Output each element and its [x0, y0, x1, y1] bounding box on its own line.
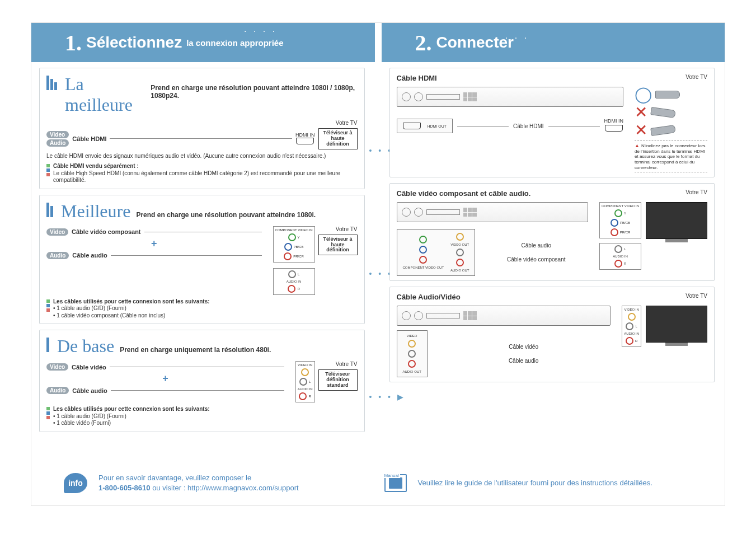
jack-r-icon [626, 337, 633, 345]
tv-icon [646, 202, 707, 242]
basic-subtitle: Prend en charge uniquement la résolution… [120, 346, 271, 354]
tv-icon [646, 306, 707, 346]
jack-pb-icon [284, 243, 292, 251]
better-note-title: Les câbles utilisés pour cette connexion… [53, 298, 210, 305]
jack-y-icon [614, 209, 622, 217]
r-label: R [297, 287, 299, 291]
jack-video-icon [408, 340, 416, 348]
step1-number: 1. [65, 30, 82, 56]
y-label: Y [298, 236, 300, 239]
cable-line [110, 367, 284, 367]
hdmi-head: Câble HDMI [397, 74, 437, 82]
jack-r-icon [288, 285, 295, 293]
step1-subtitle: la connexion appropriée [186, 38, 283, 48]
better-titlebar: Meilleure Prend en charge une résolution… [46, 201, 358, 222]
audio-in-label: AUDIO IN [298, 387, 313, 391]
step2-number: 2. [415, 30, 432, 56]
step2-header: 2. Connecter [382, 23, 725, 62]
sprinkle-icon: · · · · [496, 33, 529, 43]
best-title: La meilleure [65, 74, 145, 115]
section-better: Meilleure Prend en charge une résolution… [39, 195, 365, 325]
connect-av: Câble Audio/Vidéo Votre TV [389, 287, 715, 382]
pr-label: PR/CR [293, 255, 304, 258]
basic-diagram: Video Câble vidéo + Audio Câble audio [46, 361, 358, 402]
page: 1. Sélectionnez la connexion appropriée … [0, 0, 756, 534]
note2-text: Le câble High Speed HDMI (connu égalemen… [53, 170, 340, 184]
l-label: L [309, 380, 311, 383]
your-tv-label: Votre TV [685, 293, 707, 306]
player-back-component: COMPONENT VIDEO OUT VIDEO OUT AUDIO OUT [397, 229, 476, 276]
pb-label: PB/CB [620, 221, 630, 224]
info-icon: info [64, 473, 87, 493]
audio-in-label: AUDIO IN [287, 280, 302, 283]
tv-box: Téléviseur à haute définition [318, 235, 358, 256]
av-diagram: VIDEO AUDIO OUT Câble vidéo [397, 306, 708, 377]
basic-notes: Les câbles utilisés pour cette connexion… [46, 406, 358, 427]
better-note-l2: • 1 câble vidéo composant (Câble non inc… [53, 312, 165, 318]
jack-video-icon [456, 233, 464, 241]
jack-r-icon [456, 259, 464, 266]
phone-number: 1-800-605-8610 [98, 484, 151, 492]
r-label: R [308, 395, 311, 398]
audio-cable-label: Câble audio [72, 387, 107, 394]
jack-l-icon [456, 249, 464, 256]
header: 1. Sélectionnez la connexion appropriée … [31, 23, 725, 62]
connect-component: Câble vidéo composant et câble audio. Vo… [389, 183, 715, 281]
y-label: Y [624, 212, 626, 215]
step1-header: 1. Sélectionnez la connexion appropriée [31, 23, 375, 62]
hdmi-diagram: HDMI OUT Câble HDMI HDMI IN [397, 87, 708, 172]
color-dots-icon [46, 298, 50, 320]
x-icon: ✕ [635, 105, 647, 120]
your-tv-label: Votre TV [318, 226, 358, 232]
jack-l-icon [408, 350, 416, 358]
tv-audio-in: L AUDIO IN R [599, 243, 641, 270]
jack-l-icon [614, 245, 622, 253]
footer-left: Pour en savoir davantage, veuillez compo… [98, 473, 373, 493]
player-front-icon [397, 306, 611, 326]
video-pill: Video [46, 228, 68, 236]
audio-cable-label: Câble audio [72, 252, 107, 259]
jack-r-icon [299, 392, 307, 400]
footer: info Pour en savoir davantage, veuillez … [64, 473, 692, 493]
hdmi-plug-icon [655, 91, 680, 99]
audio-out-label: AUDIO OUT [403, 370, 421, 373]
plus-icon: + [46, 238, 262, 250]
video-label: VIDEO [407, 334, 417, 338]
best-cable-row: Video Audio Câble HDMI HDMI IN Téléviseu… [46, 128, 358, 149]
video-pill: Video [46, 363, 68, 371]
better-diagram: Video Câble vidéo composant + Audio Câbl… [46, 226, 358, 295]
l-label: L [624, 247, 626, 251]
your-tv-label: Votre TV [318, 361, 358, 367]
jack-y-icon [288, 233, 296, 241]
hdmi-port-icon [296, 138, 314, 144]
audio-in-label: AUDIO IN [613, 255, 628, 258]
quality-bars-3-icon [46, 76, 57, 90]
best-note1: Le câble HDMI envoie des signaux numériq… [46, 153, 358, 160]
hdmi-out-label: HDMI OUT [428, 124, 447, 128]
step1-title: Sélectionnez [86, 34, 182, 51]
best-note2-block: Câble HDMI vendu séparément : Le câble H… [46, 163, 358, 184]
component-head: Câble vidéo composant et câble audio. [397, 189, 531, 198]
content-columns: • • • ▶ • • • ▶ • • • ▶ La meilleure Pre… [31, 62, 725, 451]
right-column: Câble HDMI Votre TV [382, 62, 725, 451]
note2-title: Câble HDMI vendu séparément : [53, 163, 139, 169]
hdmi-in-label: HDMI IN [604, 118, 624, 124]
orientation-bad: ✕ [635, 105, 707, 120]
your-tv-label: Votre TV [685, 74, 707, 87]
your-tv-label: Votre TV [46, 120, 358, 126]
basic-note-title: Les câbles utilisés pour cette connexion… [53, 406, 210, 412]
cable-line [111, 390, 284, 391]
video-in-label: VIDEO IN [298, 363, 312, 367]
av-head: Câble Audio/Vidéo [397, 293, 461, 301]
jack-y-icon [419, 236, 427, 243]
hdmi-warning: N'inclinez pas le connecteur lors de l'i… [635, 140, 707, 172]
player-front-icon [397, 87, 624, 107]
jack-video-icon [628, 313, 636, 321]
hdmi-port-icon [403, 123, 421, 129]
cable-line [457, 126, 509, 127]
av-in-jacks: VIDEO IN L AUDIO IN R [295, 361, 315, 402]
color-dots-icon [46, 163, 50, 184]
left-column: La meilleure Prend en charge une résolut… [31, 62, 375, 451]
quality-bars-1-icon [46, 338, 49, 352]
sprinkle-icon: · · · · [244, 26, 277, 36]
